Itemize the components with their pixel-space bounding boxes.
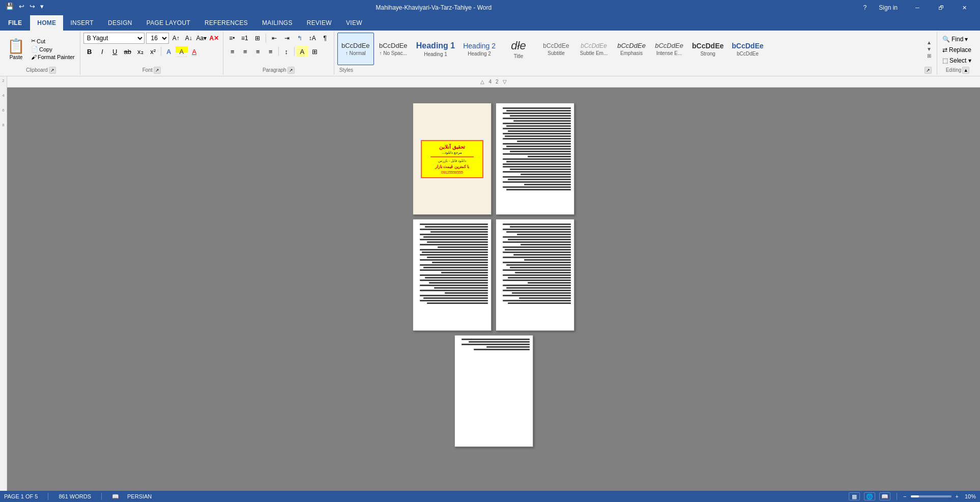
change-case-button[interactable]: Aa▾	[196, 33, 207, 44]
format-painter-button[interactable]: 🖌 Format Painter	[29, 53, 77, 61]
redo-button[interactable]: ↪	[28, 2, 37, 11]
cut-button[interactable]: ✂ Cut	[29, 37, 77, 45]
numbering-button[interactable]: ≡1	[239, 33, 250, 44]
styles-scroll-up[interactable]: ▲	[927, 40, 932, 45]
document-page-4[interactable]	[496, 219, 574, 331]
tab-references[interactable]: REFERENCES	[197, 15, 255, 31]
document-page-2[interactable]	[496, 103, 574, 215]
subscript-button[interactable]: x₂	[134, 46, 147, 57]
multilevel-list-button[interactable]: ⊞	[252, 33, 263, 44]
restore-button[interactable]: 🗗	[929, 0, 953, 15]
zoom-out-button[interactable]: −	[903, 493, 906, 499]
font-color-button[interactable]: A	[188, 46, 200, 57]
select-button[interactable]: ⬚ Select ▾	[940, 56, 973, 65]
style-subtle-em[interactable]: bCcDdEe Subtle Em...	[575, 33, 612, 65]
document-page-3[interactable]	[413, 219, 492, 331]
bullets-button[interactable]: ≡•	[226, 33, 238, 44]
find-label: Find	[952, 36, 963, 43]
increase-font-size-button[interactable]: A↑	[170, 33, 182, 44]
close-button[interactable]: ✕	[953, 0, 976, 15]
style-active[interactable]: bCcDdEe bCcDdEe	[728, 33, 767, 65]
show-formatting-button[interactable]: ¶	[320, 33, 331, 44]
customize-qat-button[interactable]: ▾	[39, 2, 45, 11]
rtl-button[interactable]: ↰	[294, 33, 305, 44]
align-right-button[interactable]: ≡	[252, 46, 264, 57]
print-layout-view-button[interactable]: ▦	[849, 492, 860, 500]
text-highlight-button[interactable]: A	[176, 46, 188, 57]
style-intense[interactable]: bCcDdEe Intense E...	[651, 33, 687, 65]
style-heading1[interactable]: Heading 1 Heading 1	[413, 33, 458, 65]
undo-button[interactable]: ↩	[17, 2, 26, 11]
cover-divider	[430, 156, 474, 157]
language[interactable]: PERSIAN	[127, 493, 152, 499]
save-button[interactable]: 💾	[4, 2, 15, 11]
tab-page-layout[interactable]: PAGE LAYOUT	[139, 15, 197, 31]
tab-design[interactable]: DESIGN	[101, 15, 139, 31]
clear-formatting-button[interactable]: A✕	[209, 33, 220, 44]
tab-review[interactable]: REVIEW	[300, 15, 339, 31]
style-emphasis[interactable]: bCcDdEe Emphasis	[613, 33, 650, 65]
minimize-button[interactable]: ─	[906, 0, 929, 15]
align-left-button[interactable]: ≡	[226, 46, 239, 57]
text-line	[506, 110, 571, 111]
style-heading2[interactable]: Heading 2 Heading 2	[459, 33, 499, 65]
tab-file[interactable]: FILE	[0, 15, 30, 31]
document-page-5[interactable]	[454, 335, 533, 447]
sort-button[interactable]: ↕A	[307, 33, 318, 44]
style-subtitle-label: Subtitle	[547, 50, 564, 56]
style-subtitle[interactable]: bCcDdEe Subtitle	[538, 33, 574, 65]
line-spacing-button[interactable]: ↕	[280, 46, 293, 57]
justify-button[interactable]: ≡	[265, 46, 277, 57]
editing-collapse-button[interactable]: ▲	[962, 67, 969, 74]
bold-button[interactable]: B	[83, 46, 96, 57]
shading-button[interactable]: A	[296, 46, 308, 57]
status-sep1	[48, 493, 48, 500]
proofing-icon[interactable]: 📖	[112, 493, 119, 500]
style-normal[interactable]: bCcDdEe ↑ Normal	[337, 33, 374, 65]
tab-mailings[interactable]: MAILINGS	[255, 15, 300, 31]
font-name-select[interactable]: B Yagut	[83, 33, 145, 44]
decrease-indent-button[interactable]: ⇤	[269, 33, 280, 44]
superscript-button[interactable]: x²	[147, 46, 159, 57]
decrease-font-size-button[interactable]: A↓	[183, 33, 194, 44]
ruler-icon-left[interactable]: △	[480, 79, 484, 85]
find-button[interactable]: 🔍 Find ▾	[940, 35, 970, 44]
paragraph-expand-button[interactable]: ↗	[287, 67, 295, 74]
read-mode-view-button[interactable]: 📖	[879, 492, 890, 500]
text-effects-button[interactable]: A	[163, 46, 175, 57]
help-icon[interactable]: ?	[863, 4, 867, 11]
strikethrough-button[interactable]: ab	[122, 46, 134, 57]
web-layout-view-button[interactable]: 🌐	[864, 492, 875, 500]
para-sep2	[278, 47, 279, 56]
clipboard-expand-button[interactable]: ↗	[49, 67, 56, 74]
style-strong[interactable]: bCcDdEe Strong	[688, 33, 727, 65]
copy-button[interactable]: 📄 Copy	[29, 45, 77, 53]
font-size-select[interactable]: 16	[146, 33, 169, 44]
font-expand-button[interactable]: ↗	[154, 67, 161, 74]
page-5-content	[455, 336, 533, 354]
ruler-icon-right[interactable]: ▽	[503, 79, 507, 85]
zoom-in-button[interactable]: +	[956, 493, 959, 499]
style-title[interactable]: dłe Title	[500, 33, 537, 65]
borders-button[interactable]: ⊞	[309, 46, 321, 57]
styles-expand[interactable]: ⊞	[927, 53, 931, 59]
pages-container[interactable]: تحقیق آنلاین مرجع دانلود... دانلود فایل …	[7, 88, 980, 491]
replace-button[interactable]: ⇄ Replace	[940, 45, 973, 54]
status-bar: PAGE 1 OF 5 861 WORDS 📖 PERSIAN ▦ 🌐 📖 − …	[0, 491, 980, 502]
align-center-button[interactable]: ≡	[239, 46, 251, 57]
underline-button[interactable]: U	[109, 46, 121, 57]
styles-expand-button[interactable]: ↗	[925, 67, 932, 74]
increase-indent-button[interactable]: ⇥	[281, 33, 293, 44]
tab-view[interactable]: VIEW	[339, 15, 369, 31]
paste-button[interactable]: 📋 Paste	[5, 37, 27, 61]
zoom-slider[interactable]	[911, 495, 952, 497]
sign-in-button[interactable]: Sign in	[875, 3, 902, 12]
tab-insert[interactable]: INSERT	[63, 15, 101, 31]
document-page-1[interactable]: تحقیق آنلاین مرجع دانلود... دانلود فایل …	[413, 103, 492, 215]
styles-scroll-down[interactable]: ▼	[927, 46, 932, 52]
italic-button[interactable]: I	[96, 46, 108, 57]
zoom-level[interactable]: 10%	[965, 493, 976, 499]
text-line	[517, 141, 571, 142]
tab-home[interactable]: HOME	[30, 15, 63, 31]
style-no-space[interactable]: bCcDdEe ↑ No Spac...	[375, 33, 412, 65]
